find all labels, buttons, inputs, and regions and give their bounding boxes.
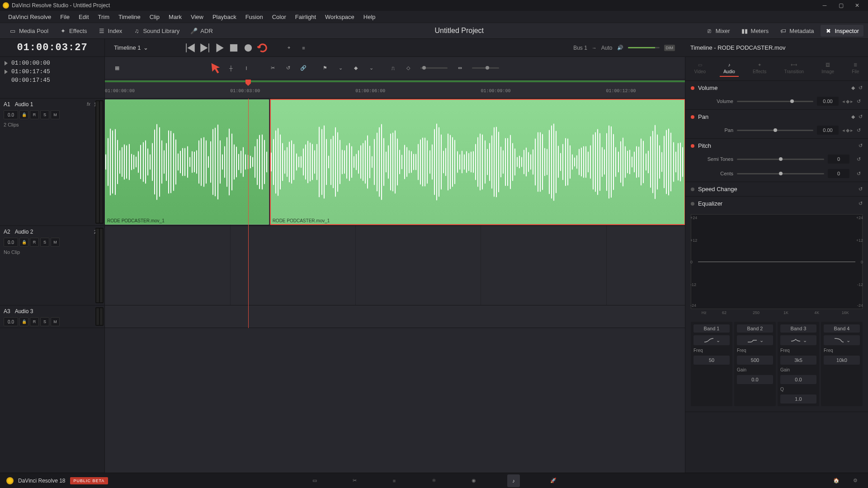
band3-freq[interactable]: 3k5	[780, 356, 816, 365]
menu-color[interactable]: Color	[268, 12, 291, 22]
close-button[interactable]: ✕	[849, 0, 865, 11]
page-edit[interactable]: ≡	[388, 474, 401, 487]
keyframe-icon[interactable]: ◆	[851, 114, 855, 120]
menu-mark[interactable]: Mark	[164, 12, 186, 22]
semitones-value[interactable]: 0	[828, 155, 849, 164]
pan-enable-dot[interactable]	[691, 115, 694, 119]
selection-tool[interactable]	[209, 61, 222, 75]
menu-fairlight[interactable]: Fairlight	[291, 12, 321, 22]
band1-freq[interactable]: 50	[693, 356, 730, 365]
settings-button[interactable]: ⚙	[849, 474, 862, 487]
timeline-ruler[interactable]: 01:00:00:0001:00:03:0001:00:06:0001:00:0…	[105, 80, 685, 99]
track-a1-arm[interactable]: R	[30, 110, 39, 119]
page-fusion[interactable]: ⚛	[428, 474, 440, 487]
bus-mode[interactable]: Auto	[601, 45, 613, 51]
track-a3-arm[interactable]: R	[30, 317, 39, 326]
kf-add-icon[interactable]: ◆	[846, 99, 849, 104]
track-a2-mute[interactable]: M	[51, 238, 60, 247]
menu-timeline[interactable]: Timeline	[114, 12, 145, 22]
marker-dropdown[interactable]: ⌄	[364, 61, 378, 75]
flag-dropdown[interactable]: ⌄	[334, 61, 347, 75]
menu-clip[interactable]: Clip	[145, 12, 164, 22]
page-fairlight[interactable]: ♪	[507, 474, 520, 487]
menu-workspace[interactable]: Workspace	[321, 12, 359, 22]
track-lane-a1[interactable]: RODE PODCASTER.mov_1 RODE PODCASTER.mov_…	[105, 99, 685, 226]
zoom-slider-1[interactable]	[420, 67, 448, 69]
band1-shape[interactable]: ⌄	[693, 335, 730, 345]
band3-q[interactable]: 1.0	[780, 394, 816, 404]
timeline-view-btn[interactable]: ▦	[110, 61, 124, 75]
volume-row-reset[interactable]: ↺	[857, 99, 861, 104]
range-tool[interactable]: ┼	[224, 61, 238, 75]
track-header-a3[interactable]: A3Audio 3 0.0 🔒 R S M	[0, 305, 104, 328]
inspector-tab-image[interactable]: 🖼Image	[818, 61, 838, 77]
speed-enable-dot[interactable]	[691, 188, 694, 191]
page-cut[interactable]: ✂	[348, 474, 361, 487]
audio-clip-1[interactable]: RODE PODCASTER.mov_1	[105, 99, 269, 225]
cents-value[interactable]: 0	[828, 169, 849, 178]
play-button[interactable]	[213, 42, 225, 54]
band3-gain[interactable]: 0.0	[780, 375, 816, 384]
track-a2-arm[interactable]: R	[30, 238, 39, 247]
meters-button[interactable]: ▮▮Meters	[736, 25, 774, 37]
track-a2-value[interactable]: 0.0	[4, 238, 18, 247]
band4-shape[interactable]: ⌄	[824, 335, 860, 345]
track-header-a1[interactable]: A1Audio 1 fx1.0 0.0 🔒 R S M 2 Clips	[0, 99, 104, 226]
cents-slider[interactable]	[737, 173, 824, 174]
keyframe-icon[interactable]: ◆	[851, 85, 855, 91]
track-a1-mute[interactable]: M	[51, 110, 60, 119]
track-a3-solo[interactable]: S	[40, 317, 49, 326]
stop-button[interactable]	[228, 42, 240, 54]
expand-tool[interactable]: ⇔	[453, 61, 467, 75]
speed-reset[interactable]: ↺	[859, 186, 863, 192]
pan-row-reset[interactable]: ↺	[857, 127, 861, 133]
pan-reset[interactable]: ↺	[859, 114, 863, 120]
track-lane-a3[interactable]	[105, 305, 685, 328]
timeline-selector[interactable]: Timeline 1⌄	[105, 44, 157, 51]
prev-button[interactable]	[184, 42, 196, 54]
page-color[interactable]: ◉	[467, 474, 480, 487]
eq-reset[interactable]: ↺	[859, 201, 863, 206]
inspector-tab-effects[interactable]: ✦Effects	[749, 61, 770, 77]
effects-button[interactable]: ✦Effects	[55, 25, 92, 37]
band2-gain[interactable]: 0.0	[737, 375, 773, 384]
minimize-button[interactable]: ─	[816, 0, 833, 11]
track-a1-solo[interactable]: S	[40, 110, 49, 119]
pitch-reset[interactable]: ↺	[859, 143, 863, 149]
menu-edit[interactable]: Edit	[74, 12, 93, 22]
dim-button[interactable]: DIM	[664, 45, 675, 51]
speaker-icon[interactable]: 🔊	[617, 45, 623, 51]
band2-freq[interactable]: 500	[737, 356, 773, 365]
volume-slider[interactable]	[628, 47, 660, 48]
metadata-button[interactable]: 🏷Metadata	[775, 25, 818, 37]
link-tool[interactable]: ↺	[281, 61, 295, 75]
track-a1-value[interactable]: 0.0	[4, 110, 18, 119]
volume-reset[interactable]: ↺	[859, 85, 863, 91]
pitch-enable-dot[interactable]	[691, 144, 694, 148]
inspector-tab-file[interactable]: ≣File	[848, 61, 863, 77]
band4-freq[interactable]: 10k0	[824, 356, 860, 365]
menu-fusion[interactable]: Fusion	[241, 12, 268, 22]
audio-clip-2[interactable]: RODE PODCASTER.mov_1	[270, 99, 685, 225]
menu-davinci[interactable]: DaVinci Resolve	[4, 12, 56, 22]
playhead[interactable]	[248, 99, 249, 328]
home-button[interactable]: 🏠	[830, 474, 843, 487]
maximize-button[interactable]: ▢	[833, 0, 849, 11]
band3-shape[interactable]: ⌄	[780, 335, 816, 345]
snap-tool[interactable]: ◇	[401, 61, 415, 75]
pan-slider[interactable]	[737, 130, 813, 131]
track-a3-mute[interactable]: M	[51, 317, 60, 326]
kf-prev-icon[interactable]: ◂	[842, 99, 845, 104]
track-a3-value[interactable]: 0.0	[4, 317, 18, 326]
next-button[interactable]	[199, 42, 211, 54]
inspector-tab-audio[interactable]: ♪Audio	[720, 61, 739, 77]
index-button[interactable]: ☰Index	[94, 25, 127, 37]
text-tool[interactable]: I	[240, 61, 253, 75]
eq-graph[interactable]: +24 +12 0 -12 -24 +24 +12 0 -12 -24 Hz 6…	[691, 214, 863, 309]
track-a3-lock[interactable]: 🔒	[19, 317, 28, 326]
flag-tool[interactable]: ⚑	[318, 61, 332, 75]
out-point-icon[interactable]	[5, 70, 8, 74]
chain-tool[interactable]: 🔗	[297, 61, 310, 75]
menu-help[interactable]: Help	[359, 12, 380, 22]
mixer-button[interactable]: ⎚Mixer	[701, 25, 735, 37]
